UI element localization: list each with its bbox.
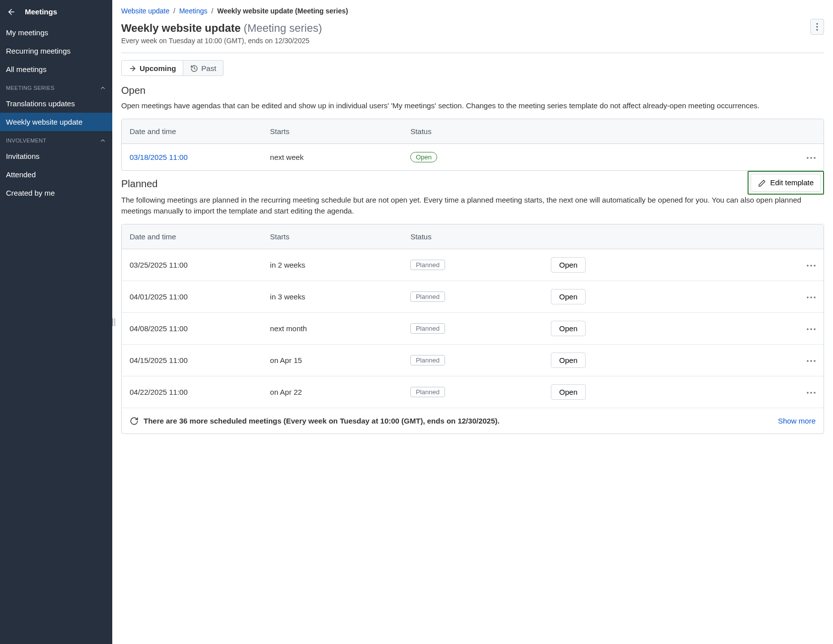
edit-template-label: Edit template [770,178,814,187]
sidebar-section-meeting-series[interactable]: MEETING SERIES [0,78,112,94]
tab-label: Upcoming [140,64,176,72]
row-more-icon[interactable] [807,261,816,269]
arrow-right-icon [129,64,137,72]
meeting-starts: in 2 weeks [262,249,403,281]
table-row: 03/25/2025 11:00in 2 weeksPlannedOpen [122,249,824,281]
row-more-icon[interactable] [807,388,816,396]
table-row: 03/18/2025 11:00 next week Open [122,144,824,170]
meeting-date: 04/15/2025 11:00 [122,344,262,376]
page-title-suffix: (Meeting series) [244,22,322,34]
svg-point-21 [814,360,816,362]
breadcrumb: Website update / Meetings / Weekly websi… [121,5,824,19]
open-meeting-button[interactable]: Open [551,384,586,400]
open-heading: Open [121,85,824,96]
row-more-icon[interactable] [807,324,816,333]
col-open [543,224,794,249]
col-status: Status [402,224,543,249]
col-date: Date and time [122,224,262,249]
page-title-main: Weekly website update [121,22,240,34]
history-icon [190,64,198,72]
meeting-date: 04/01/2025 11:00 [122,281,262,312]
open-meeting-button[interactable]: Open [551,257,586,273]
tab-upcoming[interactable]: Upcoming [121,60,183,76]
svg-point-15 [814,296,816,298]
page-actions-menu-button[interactable] [810,19,824,35]
status-badge-planned: Planned [410,260,445,270]
chevron-up-icon [99,84,106,91]
sidebar-item-my-meetings[interactable]: My meetings [0,23,112,42]
meeting-date-link[interactable]: 03/18/2025 11:00 [130,153,188,161]
open-meeting-button[interactable]: Open [551,353,586,368]
svg-point-9 [814,157,816,159]
breadcrumb-link-meetings[interactable]: Meetings [179,7,208,15]
col-actions [794,224,824,249]
planned-description: The following meetings are planned in th… [121,195,824,217]
svg-point-17 [810,328,812,330]
status-badge-planned: Planned [410,291,445,302]
col-starts: Starts [262,224,403,249]
sidebar-item-weekly-website-update[interactable]: Weekly website update [0,113,112,131]
table-row: 04/08/2025 11:00next monthPlannedOpen [122,312,824,344]
breadcrumb-current: Weekly website update (Meeting series) [217,7,348,15]
back-arrow-icon[interactable] [7,7,16,16]
page-subtitle: Every week on Tuesday at 10:00 (GMT), en… [121,37,824,45]
edit-template-button[interactable]: Edit template [751,174,821,192]
table-footer-row: There are 36 more scheduled meetings (Ev… [122,408,824,433]
tab-label: Past [201,64,216,72]
divider [121,53,824,53]
sidebar-item-translations-updates[interactable]: Translations updates [0,94,112,113]
open-meeting-button[interactable]: Open [551,321,586,336]
status-badge-planned: Planned [410,387,445,397]
svg-point-10 [807,265,809,267]
row-more-icon[interactable] [807,292,816,301]
sidebar-item-all-meetings[interactable]: All meetings [0,60,112,78]
svg-point-11 [810,265,812,267]
meeting-date: 04/08/2025 11:00 [122,312,262,344]
svg-point-8 [810,157,812,159]
sidebar-section-involvement[interactable]: INVOLVEMENT [0,131,112,147]
sidebar-item-attended[interactable]: Attended [0,165,112,184]
col-date: Date and time [122,119,262,144]
sidebar-item-created-by-me[interactable]: Created by me [0,184,112,202]
svg-point-19 [807,360,809,362]
meeting-starts: on Apr 15 [262,344,403,376]
sidebar-item-invitations[interactable]: Invitations [0,147,112,165]
status-badge-planned: Planned [410,355,445,365]
table-row: 04/01/2025 11:00in 3 weeksPlannedOpen [122,281,824,312]
show-more-link[interactable]: Show more [778,417,816,425]
open-meetings-table: Date and time Starts Status 03/18/2025 1… [121,119,824,171]
open-meeting-button[interactable]: Open [551,289,586,304]
status-badge-open: Open [410,152,437,162]
breadcrumb-link-project[interactable]: Website update [121,7,169,15]
meeting-starts: in 3 weeks [262,281,403,312]
planned-heading: Planned [121,178,157,190]
sidebar-resize-handle-icon[interactable] [111,317,116,327]
chevron-up-icon [99,137,106,144]
breadcrumb-separator: / [211,7,213,15]
sidebar-section-label: MEETING SERIES [6,85,55,91]
main-content: Website update / Meetings / Weekly websi… [112,0,833,644]
sidebar-title: Meetings [25,7,57,16]
svg-point-3 [816,23,818,24]
tab-past[interactable]: Past [183,60,224,76]
table-row: 04/15/2025 11:00on Apr 15PlannedOpen [122,344,824,376]
svg-point-13 [807,296,809,298]
svg-point-18 [814,328,816,330]
svg-point-4 [816,26,818,27]
meeting-date: 04/22/2025 11:00 [122,376,262,408]
table-header-row: Date and time Starts Status [122,119,824,144]
meeting-date: 03/25/2025 11:00 [122,249,262,281]
breadcrumb-separator: / [173,7,175,15]
meeting-starts: next month [262,312,403,344]
refresh-icon [130,416,139,426]
planned-meetings-table: Date and time Starts Status 03/25/2025 1… [121,224,824,434]
row-more-icon[interactable] [807,356,816,364]
sidebar-item-recurring-meetings[interactable]: Recurring meetings [0,42,112,60]
table-row: 04/22/2025 11:00on Apr 22PlannedOpen [122,376,824,408]
row-more-icon[interactable] [807,153,816,161]
sidebar: Meetings My meetings Recurring meetings … [0,0,112,644]
col-starts: Starts [262,119,403,144]
meeting-starts: next week [262,144,403,170]
svg-point-22 [807,392,809,394]
table-header-row: Date and time Starts Status [122,224,824,249]
